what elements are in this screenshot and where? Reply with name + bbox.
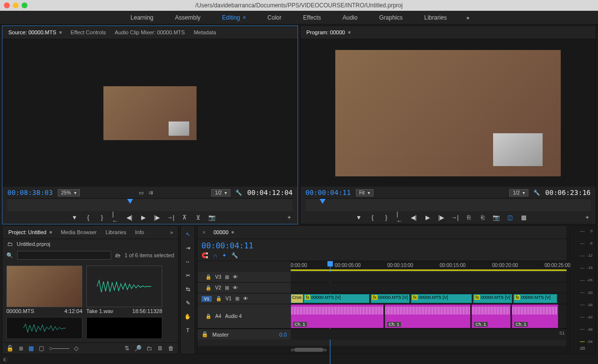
step-forward-icon[interactable]: |▶: [438, 214, 445, 221]
workspace-effects[interactable]: Effects: [301, 13, 323, 23]
step-forward-icon[interactable]: |▶: [153, 214, 160, 221]
workspace-graphics[interactable]: Graphics: [377, 13, 404, 23]
source-timecode-out[interactable]: 00:04:12:04: [247, 189, 293, 196]
write-lock-icon[interactable]: 🔓: [6, 345, 14, 352]
comparison-view-icon[interactable]: ◫: [506, 214, 513, 221]
bin-item[interactable]: Take 1.wav18:56:11328: [86, 266, 162, 339]
workspace-overflow-button[interactable]: »: [467, 15, 470, 21]
toggle-icon[interactable]: ▭: [139, 190, 144, 196]
add-marker-icon[interactable]: ✦: [222, 252, 226, 259]
window-maximize-button[interactable]: [22, 2, 27, 8]
media-browser-tab[interactable]: Media Browser: [60, 228, 98, 237]
zoom-slider[interactable]: ○────: [49, 345, 69, 352]
video-clip[interactable]: fx00000.MTS [V]: [411, 294, 472, 303]
info-tab[interactable]: Info: [134, 228, 145, 237]
razor-tool-icon[interactable]: ✂: [183, 271, 192, 280]
sort-icon[interactable]: ◇: [74, 345, 78, 352]
transition-clip[interactable]: Cros: [291, 294, 303, 303]
mark-out-icon[interactable]: }: [383, 214, 390, 221]
program-res-select[interactable]: 1/2▾: [509, 189, 528, 196]
new-bin-icon[interactable]: 🗀: [147, 345, 152, 352]
workspace-editing[interactable]: Editing≡: [220, 13, 248, 23]
filter-bin-icon[interactable]: 🗁: [115, 252, 121, 258]
button-editor-icon[interactable]: +: [584, 214, 591, 221]
audio-clip[interactable]: Ch. 1: [512, 304, 558, 328]
pen-tool-icon[interactable]: ✎: [183, 298, 192, 307]
libraries-tab[interactable]: Libraries: [104, 228, 127, 237]
go-to-in-icon[interactable]: |←: [112, 214, 119, 221]
insert-icon[interactable]: ⊼: [181, 214, 188, 221]
go-to-out-icon[interactable]: →|: [167, 214, 174, 221]
snap-icon[interactable]: 🧲: [201, 252, 208, 259]
add-marker-icon[interactable]: ▼: [71, 214, 78, 221]
slip-tool-icon[interactable]: ⇆: [183, 285, 192, 293]
workspace-learning[interactable]: Learning: [128, 13, 155, 23]
timeline-settings-icon[interactable]: 🔧: [231, 252, 238, 259]
video-clip[interactable]: fx00000.MTS [V]: [473, 294, 512, 303]
mark-in-icon[interactable]: {: [85, 214, 92, 221]
icon-view-icon[interactable]: ▦: [28, 345, 34, 352]
step-back-icon[interactable]: ◀|: [410, 214, 417, 221]
timeline-ruler[interactable]: 0:00:00 00:00:05:00 00:00:10:00 00:00:15…: [291, 261, 567, 272]
project-search-input[interactable]: [17, 251, 111, 260]
automate-icon[interactable]: ⇅: [125, 345, 129, 352]
effect-controls-tab[interactable]: Effect Controls: [70, 28, 107, 37]
workspace-assembly[interactable]: Assembly: [173, 13, 202, 23]
audio-clip[interactable]: Ch. 1: [472, 304, 511, 328]
source-res-select[interactable]: 1/2▾: [211, 189, 230, 196]
export-frame-icon[interactable]: 📷: [208, 214, 215, 221]
program-scrub-bar[interactable]: [305, 198, 591, 211]
program-timecode-out[interactable]: 00:06:23:16: [545, 189, 591, 196]
mark-in-icon[interactable]: {: [369, 214, 376, 221]
trash-icon[interactable]: 🗑: [168, 345, 174, 352]
play-icon[interactable]: ▶: [140, 214, 147, 221]
video-track-v1[interactable]: V1🔒V1⊞👁 Cros fx00000.MTS [V] fx00000.MTS…: [198, 293, 567, 304]
wrench-icon[interactable]: 🔧: [235, 190, 242, 196]
bin-item[interactable]: 00000.MTS4:12:04: [6, 266, 82, 339]
play-icon[interactable]: ▶: [424, 214, 431, 221]
video-track-v3[interactable]: 🔒V3⊞👁: [198, 272, 567, 283]
workspace-color[interactable]: Color: [266, 13, 284, 23]
source-zoom-select[interactable]: 25%▾: [58, 189, 80, 196]
workspace-libraries[interactable]: Libraries: [423, 13, 449, 23]
program-tab[interactable]: Program: 00000≡: [305, 28, 351, 37]
mark-out-icon[interactable]: }: [99, 214, 105, 221]
toggle-icon[interactable]: ⇉: [149, 190, 153, 196]
audio-track-a4[interactable]: 🔒A4Audio 4 Ch. 1 Ch. 1 Ch. 1 Ch. 1: [198, 304, 567, 329]
track-select-tool-icon[interactable]: ⇥: [183, 243, 192, 252]
ripple-edit-tool-icon[interactable]: ↔: [183, 257, 192, 266]
export-frame-icon[interactable]: 📷: [493, 214, 499, 221]
audio-clip[interactable]: Ch. 1: [291, 304, 384, 328]
find-icon[interactable]: 🔎: [134, 345, 142, 352]
project-tab[interactable]: Project: Untitled≡: [7, 228, 53, 237]
go-to-out-icon[interactable]: →|: [451, 214, 458, 221]
video-clip[interactable]: fx00000.MTS [V]: [371, 294, 410, 303]
video-clip[interactable]: fx00000.MTS [V]: [303, 294, 370, 303]
overwrite-icon[interactable]: ⊻: [195, 214, 201, 221]
button-editor-icon[interactable]: +: [286, 214, 293, 221]
timeline-timecode[interactable]: 00:00:04:11: [201, 241, 291, 250]
source-scrub-bar[interactable]: [7, 198, 293, 211]
new-item-icon[interactable]: 🗎: [157, 345, 163, 352]
program-timecode-in[interactable]: 00:00:04:11: [305, 189, 351, 196]
list-view-icon[interactable]: ≣: [19, 345, 24, 352]
workspace-audio[interactable]: Audio: [341, 13, 360, 23]
audio-mixer-tab[interactable]: Audio Clip Mixer: 00000.MTS: [114, 28, 186, 37]
video-track-v2[interactable]: 🔒V2⊞👁: [198, 283, 567, 293]
project-bin-grid[interactable]: 00000.MTS4:12:04 Take 1.wav18:56:11328: [2, 262, 178, 342]
sequence-tab[interactable]: 00000≡: [212, 228, 235, 237]
metadata-tab[interactable]: Metadata: [193, 28, 217, 37]
master-track[interactable]: 🔒Master0.0 S1: [198, 329, 567, 340]
safe-margins-icon[interactable]: ▦: [520, 214, 527, 221]
window-close-button[interactable]: [4, 2, 10, 8]
workspace-menu-icon[interactable]: ≡: [243, 15, 246, 20]
source-timecode-in[interactable]: 00:08:38:03: [7, 189, 53, 196]
source-tab[interactable]: Source: 00000.MTS≡: [7, 28, 63, 37]
panel-overflow-icon[interactable]: »: [170, 229, 173, 235]
freeform-view-icon[interactable]: ▢: [39, 345, 44, 352]
extract-icon[interactable]: ⎗: [479, 214, 486, 221]
video-clip[interactable]: fx00000.MTS [V]: [513, 294, 557, 303]
type-tool-icon[interactable]: T: [183, 326, 192, 335]
go-to-in-icon[interactable]: |←: [397, 214, 403, 221]
selection-tool-icon[interactable]: ↖: [183, 230, 192, 239]
